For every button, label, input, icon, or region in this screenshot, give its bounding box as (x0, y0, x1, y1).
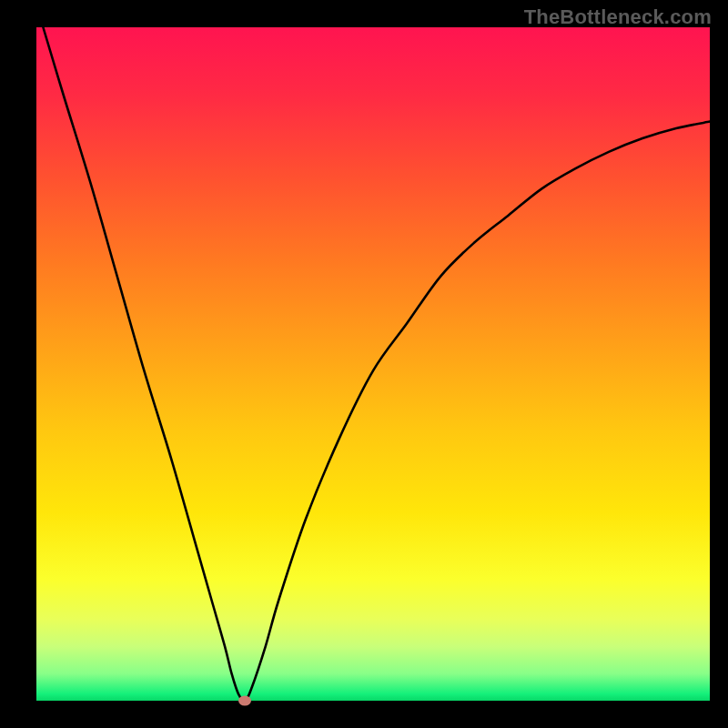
plot-area (36, 27, 710, 701)
chart-frame: TheBottleneck.com (0, 0, 728, 728)
valley-marker (238, 696, 251, 706)
curve-svg (36, 27, 710, 701)
watermark-text: TheBottleneck.com (524, 5, 712, 29)
bottleneck-curve (43, 27, 710, 701)
